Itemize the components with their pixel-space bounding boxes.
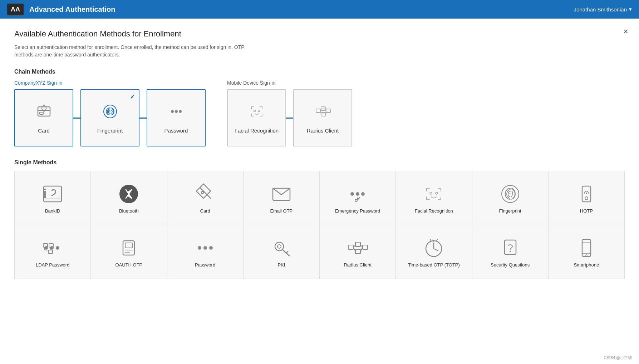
svg-line-53 <box>286 251 288 253</box>
method-card-smartphone[interactable]: Smartphone <box>549 225 624 279</box>
chain-card-radius[interactable]: Radius Client <box>293 89 352 146</box>
svg-rect-69 <box>582 239 591 256</box>
svg-line-13 <box>320 110 321 111</box>
chain-card-password[interactable]: Password <box>147 89 206 146</box>
radius-chain-icon <box>314 103 332 120</box>
chain-card-password-label: Password <box>164 128 188 134</box>
chain-card-facial-label: Facial Recognition <box>235 128 279 134</box>
chain-connector-1 <box>73 118 80 119</box>
oauth-otp-label: OAUTH OTP <box>115 262 142 268</box>
pki-label: PKI <box>277 262 285 268</box>
fingerprint-single-icon <box>500 183 521 205</box>
chain-card-radius-label: Radius Client <box>307 128 339 134</box>
svg-line-62 <box>360 247 363 251</box>
bluetooth-label: Bluetooth <box>119 208 139 214</box>
svg-line-65 <box>430 239 431 241</box>
card-chain-icon <box>35 103 53 120</box>
smartphone-label: Smartphone <box>574 262 599 268</box>
method-card-ldap-password[interactable]: LDAP Password <box>15 225 90 279</box>
single-methods-title: Single Methods <box>14 159 625 166</box>
svg-rect-55 <box>348 245 353 249</box>
smartphone-icon <box>576 237 597 259</box>
svg-point-8 <box>258 110 260 111</box>
card-label: Card <box>200 208 210 214</box>
user-menu[interactable]: Jonathan Smithsonian ▾ <box>574 6 632 13</box>
svg-line-66 <box>437 239 437 241</box>
svg-point-34 <box>586 193 587 194</box>
page-title: Available Authentication Methods for Enr… <box>14 29 625 39</box>
pki-icon <box>271 237 292 259</box>
method-card-hotp[interactable]: HOTP <box>549 171 624 225</box>
method-card-pki[interactable]: PKI <box>244 225 319 279</box>
method-card-facial[interactable]: Facial Recognition <box>396 171 472 225</box>
password-label: Password <box>195 262 215 268</box>
fingerprint-chain-icon <box>101 103 119 120</box>
method-card-card[interactable]: Card <box>167 171 243 225</box>
svg-point-49 <box>203 246 207 250</box>
email-otp-icon <box>271 183 292 205</box>
svg-point-23 <box>201 191 203 194</box>
svg-point-54 <box>277 245 281 248</box>
emergency-password-icon <box>347 183 368 205</box>
svg-point-33 <box>585 197 588 200</box>
password-single-icon <box>195 237 216 259</box>
svg-point-27 <box>361 192 365 196</box>
method-card-radius-client[interactable]: Radius Client <box>320 225 395 279</box>
svg-rect-2 <box>40 112 43 114</box>
chain-card-card[interactable]: Card <box>14 89 73 146</box>
chain-card-fingerprint[interactable]: ✓ Fingerprint <box>80 89 139 146</box>
page-description: Select an authentication method for enro… <box>14 44 265 59</box>
svg-point-25 <box>350 192 354 196</box>
chain-card-card-label: Card <box>38 128 50 134</box>
method-card-password[interactable]: Password <box>167 225 243 279</box>
chain-group-mobile-title[interactable]: Mobile Device Sign-in <box>227 80 352 86</box>
svg-point-5 <box>175 110 178 113</box>
bluetooth-icon <box>118 183 139 205</box>
app-logo: AA <box>7 4 24 15</box>
svg-rect-9 <box>316 109 320 113</box>
chain-methods-title: Chain Methods <box>14 69 625 75</box>
svg-line-15 <box>325 110 326 111</box>
svg-line-16 <box>325 111 326 114</box>
svg-line-14 <box>320 111 321 114</box>
svg-point-4 <box>171 110 174 113</box>
facial-recognition-icon <box>423 183 444 205</box>
svg-point-30 <box>436 192 438 194</box>
password-chain-icon <box>167 103 185 120</box>
ldap-password-icon <box>42 237 63 259</box>
svg-line-60 <box>353 247 355 251</box>
svg-rect-56 <box>355 242 360 246</box>
chain-methods-section: Chain Methods CompanyXYZ Sign-in <box>14 69 625 146</box>
method-card-emergency-password[interactable]: Emergency Password <box>320 171 395 225</box>
chain-cards-mobile: Facial Recognition <box>227 89 352 146</box>
svg-rect-11 <box>321 113 325 116</box>
totp-icon <box>423 237 444 259</box>
email-otp-label: Email OTP <box>270 208 293 214</box>
chain-group-companyxyz-title[interactable]: CompanyXYZ Sign-in <box>14 80 206 86</box>
chain-card-fingerprint-label: Fingerprint <box>97 128 123 134</box>
method-card-email-otp[interactable]: Email OTP <box>244 171 319 225</box>
method-card-oauth-otp[interactable]: OAUTH OTP <box>91 225 167 279</box>
hotp-icon <box>576 183 597 205</box>
radius-client-label: Radius Client <box>344 262 371 268</box>
svg-rect-43 <box>48 250 53 254</box>
method-card-security-questions[interactable]: Security Questions <box>472 225 548 279</box>
svg-rect-12 <box>326 109 330 113</box>
hotp-label: HOTP <box>580 208 593 214</box>
method-card-totp[interactable]: Time-based OTP (TOTP) <box>396 225 472 279</box>
chain-card-facial[interactable]: Facial Recognition <box>227 89 286 146</box>
method-card-bankid[interactable]: i BankID <box>15 171 90 225</box>
facial-chain-icon <box>248 103 266 120</box>
method-card-bluetooth[interactable]: Bluetooth <box>91 171 167 225</box>
footer-note: CSDN @小言瑞 <box>604 355 632 360</box>
svg-point-50 <box>209 246 213 250</box>
chain-connector-2 <box>139 118 147 119</box>
chevron-down-icon: ▾ <box>629 6 632 13</box>
close-button[interactable]: × <box>623 26 628 36</box>
svg-point-7 <box>254 110 255 111</box>
svg-point-48 <box>198 246 201 250</box>
security-questions-label: Security Questions <box>491 262 530 268</box>
totp-label: Time-based OTP (TOTP) <box>408 262 460 268</box>
method-card-fingerprint[interactable]: Fingerprint <box>472 171 548 225</box>
single-methods-section: Single Methods i BankID <box>14 159 625 279</box>
